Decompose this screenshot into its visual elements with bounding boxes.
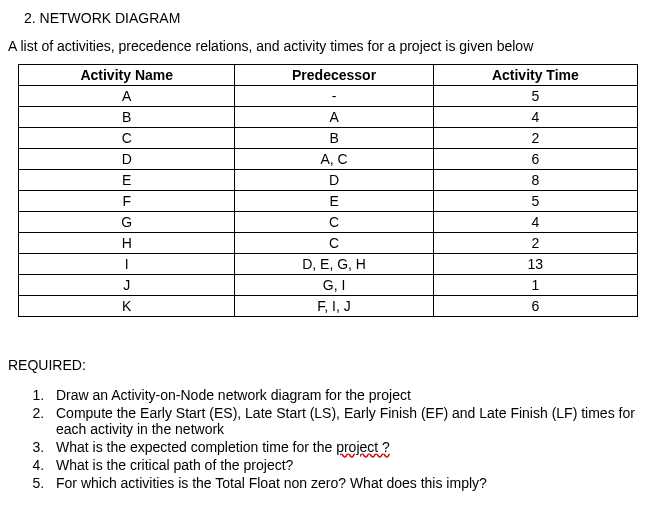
table-cell: 5 [433, 191, 637, 212]
table-row: HC2 [19, 233, 638, 254]
table-row: DA, C6 [19, 149, 638, 170]
table-cell: - [235, 86, 433, 107]
header-predecessor: Predecessor [235, 65, 433, 86]
table-cell: G, I [235, 275, 433, 296]
table-row: ED8 [19, 170, 638, 191]
table-cell: A [235, 107, 433, 128]
table-cell: B [19, 107, 235, 128]
table-row: A-5 [19, 86, 638, 107]
intro-text: A list of activities, precedence relatio… [8, 38, 647, 54]
table-cell: 6 [433, 149, 637, 170]
table-cell: 2 [433, 233, 637, 254]
table-row: GC4 [19, 212, 638, 233]
table-cell: E [19, 170, 235, 191]
table-row: CB2 [19, 128, 638, 149]
section-heading: 2. NETWORK DIAGRAM [24, 10, 647, 26]
table-row: BA4 [19, 107, 638, 128]
table-cell: G [19, 212, 235, 233]
question-item: Compute the Early Start (ES), Late Start… [48, 405, 647, 437]
table-cell: 5 [433, 86, 637, 107]
question-item: What is the expected completion time for… [48, 439, 647, 455]
table-cell: 2 [433, 128, 637, 149]
table-cell: D [235, 170, 433, 191]
table-cell: A [19, 86, 235, 107]
question-item: For which activities is the Total Float … [48, 475, 647, 491]
activity-table: Activity Name Predecessor Activity Time … [18, 64, 638, 317]
required-label: REQUIRED: [8, 357, 647, 373]
table-cell: K [19, 296, 235, 317]
table-row: ID, E, G, H13 [19, 254, 638, 275]
question-item: What is the critical path of the project… [48, 457, 647, 473]
table-row: FE5 [19, 191, 638, 212]
table-cell: 4 [433, 107, 637, 128]
table-cell: 1 [433, 275, 637, 296]
table-cell: 6 [433, 296, 637, 317]
table-cell: C [19, 128, 235, 149]
table-header-row: Activity Name Predecessor Activity Time [19, 65, 638, 86]
question-item: Draw an Activity-on-Node network diagram… [48, 387, 647, 403]
table-cell: D, E, G, H [235, 254, 433, 275]
table-row: KF, I, J6 [19, 296, 638, 317]
header-activity-name: Activity Name [19, 65, 235, 86]
table-cell: 4 [433, 212, 637, 233]
table-cell: B [235, 128, 433, 149]
table-cell: H [19, 233, 235, 254]
table-cell: 8 [433, 170, 637, 191]
table-cell: E [235, 191, 433, 212]
table-cell: C [235, 212, 433, 233]
table-cell: F [19, 191, 235, 212]
table-row: JG, I1 [19, 275, 638, 296]
wavy-text: project ? [336, 439, 390, 455]
table-cell: I [19, 254, 235, 275]
table-cell: C [235, 233, 433, 254]
table-cell: 13 [433, 254, 637, 275]
table-cell: J [19, 275, 235, 296]
questions-list: Draw an Activity-on-Node network diagram… [48, 387, 647, 491]
table-cell: A, C [235, 149, 433, 170]
table-cell: F, I, J [235, 296, 433, 317]
header-activity-time: Activity Time [433, 65, 637, 86]
table-cell: D [19, 149, 235, 170]
table-body: A-5BA4CB2DA, C6ED8FE5GC4HC2ID, E, G, H13… [19, 86, 638, 317]
